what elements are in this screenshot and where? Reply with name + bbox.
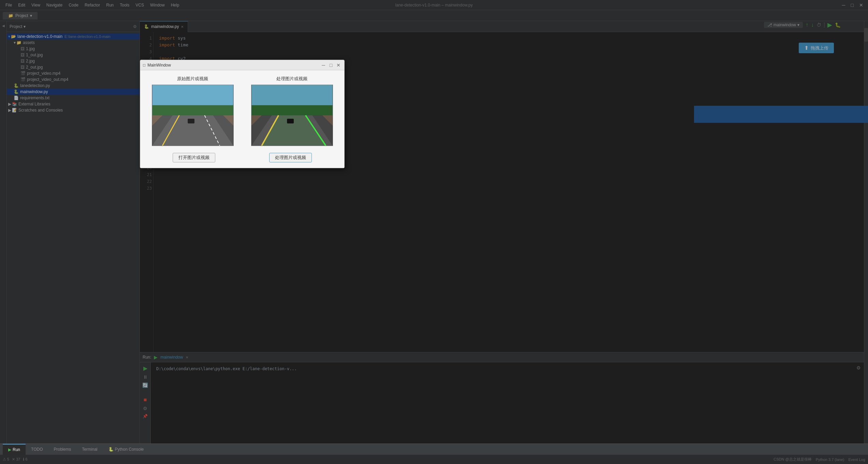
modal-icon: □ xyxy=(143,63,145,68)
run-icon: ▶ xyxy=(8,447,11,452)
tab-run-label: Run xyxy=(13,447,20,452)
original-image xyxy=(152,85,234,146)
processed-label: 处理图片或视频 xyxy=(276,76,307,82)
modal-window: □ MainWindow ─ □ ✕ 原始图片或视频 xyxy=(140,60,345,168)
bottom-tabs: ▶ Run TODO Problems Terminal 🐍 Python Co… xyxy=(3,444,149,455)
original-image-panel: 原始图片或视频 xyxy=(146,76,240,146)
modal-title-area: □ MainWindow xyxy=(143,63,171,68)
modal-controls[interactable]: ─ □ ✕ xyxy=(320,62,342,68)
bottom-tabs-bar: ▶ Run TODO Problems Terminal 🐍 Python Co… xyxy=(0,444,868,454)
tab-python-console-label: Python Console xyxy=(115,447,144,452)
open-file-button[interactable]: 打开图片或视频 xyxy=(173,153,215,162)
svg-rect-10 xyxy=(251,105,332,117)
processed-road-svg xyxy=(251,85,333,146)
processed-image-panel: 处理图片或视频 xyxy=(245,76,339,146)
svg-rect-16 xyxy=(287,119,294,124)
modal-title-text: MainWindow xyxy=(147,63,171,68)
python-icon: 🐍 xyxy=(108,447,114,452)
tab-terminal[interactable]: Terminal xyxy=(76,444,103,455)
modal-restore-button[interactable]: □ xyxy=(328,62,334,68)
modal-images-row: 原始图片或视频 xyxy=(146,76,339,146)
modal-body: 原始图片或视频 xyxy=(140,70,344,168)
original-label: 原始图片或视频 xyxy=(177,76,208,82)
tab-problems[interactable]: Problems xyxy=(48,444,76,455)
tab-problems-label: Problems xyxy=(54,447,71,452)
tab-todo[interactable]: TODO xyxy=(26,444,48,455)
modal-overlay: □ MainWindow ─ □ ✕ 原始图片或视频 xyxy=(0,0,868,464)
tab-python-console[interactable]: 🐍 Python Console xyxy=(103,444,149,455)
processed-image xyxy=(251,85,333,146)
tab-todo-label: TODO xyxy=(31,447,43,452)
original-road-svg xyxy=(152,85,233,146)
svg-rect-6 xyxy=(188,119,194,124)
modal-titlebar: □ MainWindow ─ □ ✕ xyxy=(140,60,344,70)
process-button[interactable]: 处理图片或视频 xyxy=(269,153,312,162)
modal-minimize-button[interactable]: ─ xyxy=(320,62,327,68)
svg-rect-1 xyxy=(152,105,233,117)
modal-close-button[interactable]: ✕ xyxy=(335,62,342,68)
modal-buttons-row: 打开图片或视频 处理图片或视频 xyxy=(146,153,339,162)
tab-run[interactable]: ▶ Run xyxy=(3,444,26,455)
tab-terminal-label: Terminal xyxy=(82,447,97,452)
